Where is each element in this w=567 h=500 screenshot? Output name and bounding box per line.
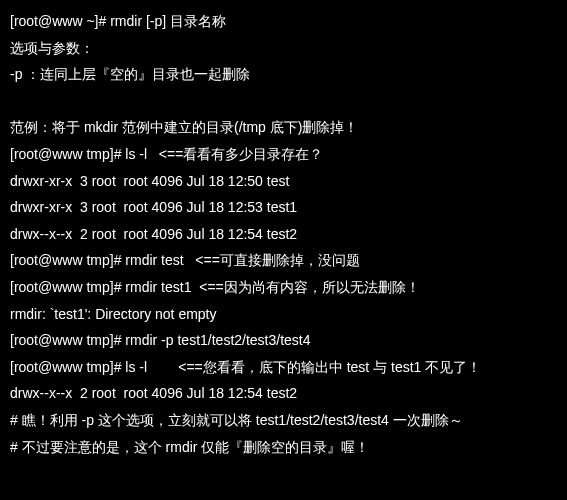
terminal-line: # 瞧！利用 -p 这个选项，立刻就可以将 test1/test2/test3/…: [10, 407, 557, 434]
terminal-line: -p ：连同上层『空的』目录也一起删除: [10, 61, 557, 88]
terminal-line: drwxr-xr-x 3 root root 4096 Jul 18 12:50…: [10, 168, 557, 195]
terminal-line: drwxr-xr-x 3 root root 4096 Jul 18 12:53…: [10, 194, 557, 221]
terminal-line: [root@www ~]# rmdir [-p] 目录名称: [10, 8, 557, 35]
terminal-line: [10, 88, 557, 115]
terminal-line: # 不过要注意的是，这个 rmdir 仅能『删除空的目录』喔！: [10, 434, 557, 461]
terminal-line: [root@www tmp]# rmdir test <==可直接删除掉，没问题: [10, 247, 557, 274]
terminal-line: 选项与参数：: [10, 35, 557, 62]
terminal-output: [root@www ~]# rmdir [-p] 目录名称选项与参数：-p ：连…: [10, 8, 557, 460]
terminal-line: [root@www tmp]# rmdir -p test1/test2/tes…: [10, 327, 557, 354]
terminal-line: drwx--x--x 2 root root 4096 Jul 18 12:54…: [10, 380, 557, 407]
terminal-line: 范例：将于 mkdir 范例中建立的目录(/tmp 底下)删除掉！: [10, 114, 557, 141]
terminal-line: rmdir: `test1': Directory not empty: [10, 301, 557, 328]
terminal-line: [root@www tmp]# ls -l <==看看有多少目录存在？: [10, 141, 557, 168]
terminal-line: drwx--x--x 2 root root 4096 Jul 18 12:54…: [10, 221, 557, 248]
terminal-line: [root@www tmp]# ls -l <==您看看，底下的输出中 test…: [10, 354, 557, 381]
terminal-line: [root@www tmp]# rmdir test1 <==因为尚有内容，所以…: [10, 274, 557, 301]
